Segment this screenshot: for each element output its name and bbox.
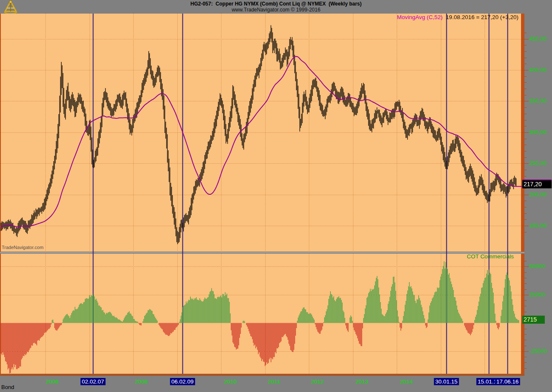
trade-navigator-chart-window: HG2-057: Copper HG NYMX (Comb) Cont Liq … — [0, 0, 552, 392]
cot-ytick-25000: 25000 — [529, 291, 545, 298]
chart-plot-area[interactable] — [0, 14, 552, 376]
price-ytick-450: 450,00 — [529, 36, 546, 42]
time-axis-year-2008: 2008 — [135, 378, 148, 385]
time-axis-date-30-01-15: 30.01.15 — [434, 378, 459, 385]
time-axis-year-2013: 2013 — [356, 378, 368, 385]
time-axis-year-2012: 2012 — [311, 378, 324, 385]
price-ytick-400: 400,00 — [529, 67, 546, 73]
time-axis-year-2014: 2014 — [400, 378, 413, 385]
moving-average-label: MovingAvg (C,52) — [397, 14, 443, 20]
moving-average-value: 19.08.2016 = 217,20 (+3,20) — [443, 14, 518, 20]
time-axis-date-02-02-07: 02.02.07 — [81, 378, 106, 385]
price-ytick-150: 150,00 — [529, 222, 546, 229]
status-bar-label: Bond — [1, 384, 14, 390]
cot-ytick--25000: -25000 — [529, 348, 547, 355]
cot-ytick-50000: 50000 — [529, 263, 545, 270]
cot-last-value-badge: 2715 — [522, 316, 545, 324]
watermark-text: TradeNavigator.com — [2, 245, 44, 250]
time-axis-year-2011: 2011 — [268, 378, 280, 385]
time-axis-date-17-06-16: 17.06.16 — [495, 378, 520, 385]
price-ytick-350: 350,00 — [529, 98, 546, 104]
price-ytick-250: 250,00 — [529, 160, 546, 167]
price-ytick-300: 300,00 — [529, 129, 546, 136]
time-axis-year-2006: 2006 — [46, 378, 59, 385]
time-axis-date-06-02-09: 06.02.09 — [170, 378, 195, 385]
moving-average-readout: MovingAvg (C,52) 19.08.2016 = 217,20 (+3… — [397, 14, 518, 20]
price-ytick-200: 200,00 — [529, 191, 546, 198]
last-price-badge: 217,20 — [522, 179, 552, 188]
chart-subtitle: www.TradeNavigator.com © 1999-2016 — [0, 7, 552, 13]
cot-panel-title: COT Commercials — [467, 253, 514, 260]
chart-title: HG2-057: Copper HG NYMX (Comb) Cont Liq … — [0, 1, 552, 7]
time-axis-year-2010: 2010 — [224, 378, 237, 385]
